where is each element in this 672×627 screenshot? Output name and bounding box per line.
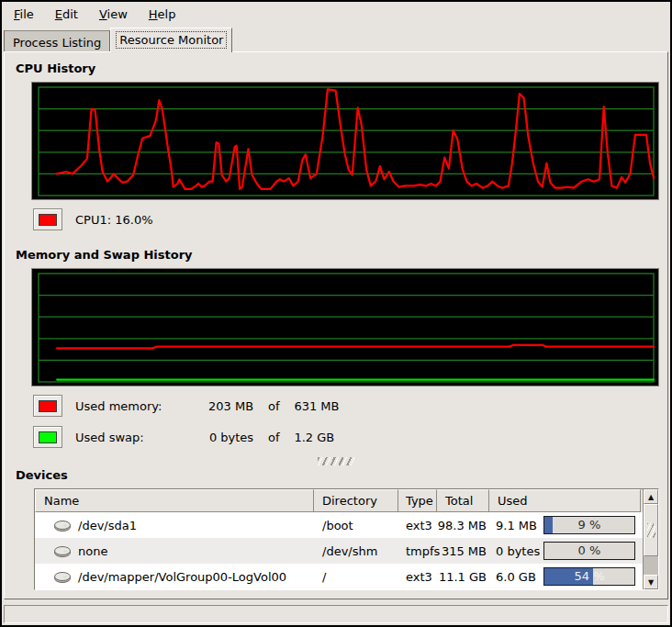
scrollbar-thumb[interactable] <box>644 504 658 556</box>
disk-icon <box>53 570 72 584</box>
tab-label: Resource Monitor <box>117 32 226 48</box>
column-header-total[interactable]: Total <box>437 489 489 512</box>
tab-process-listing[interactable]: Process Listing <box>4 30 110 51</box>
menu-help[interactable]: Help <box>140 5 185 24</box>
used-swap-value: 0 bytes <box>187 431 253 444</box>
cpu-color-swatch <box>39 214 57 226</box>
device-used: 0 bytes <box>496 544 540 558</box>
device-used: 6.0 GB <box>496 570 536 584</box>
cpu-history-title: CPU History <box>16 62 667 75</box>
device-name: /dev/mapper/VolGroup00-LogVol00 <box>78 570 286 584</box>
device-type: ext3 <box>398 512 437 538</box>
swap-total-value: 1.2 GB <box>294 431 334 444</box>
used-memory-of: of <box>257 399 290 413</box>
device-directory: /boot <box>314 512 398 538</box>
column-header-used[interactable]: Used <box>489 489 641 512</box>
device-name: /dev/sda1 <box>78 519 137 532</box>
table-row[interactable]: /dev/mapper/VolGroup00-LogVol00 / ext3 1… <box>35 564 643 589</box>
usage-percent-label: 54 % <box>544 568 634 585</box>
used-swap-label: Used swap: <box>75 431 184 444</box>
status-bar <box>4 605 668 623</box>
devices-table: Name Directory Type Total Used /dev/sda1 <box>34 488 659 590</box>
usage-progress-bar: 9 % <box>543 516 635 534</box>
used-swap-legend: Used swap: 0 bytes of 1.2 GB <box>33 426 667 448</box>
table-row[interactable]: none /dev/shm tmpfs 315 MB 0 bytes 0 % <box>35 538 643 564</box>
disk-icon <box>53 544 72 558</box>
memory-color-swatch-button[interactable] <box>33 395 62 417</box>
device-directory: /dev/shm <box>314 538 398 564</box>
memory-history-title: Memory and Swap History <box>16 248 667 262</box>
tab-strip: Process Listing Resource Monitor <box>2 27 670 51</box>
column-header-type[interactable]: Type <box>398 489 437 512</box>
swap-color-swatch <box>39 431 57 443</box>
vertical-scrollbar[interactable]: ▲ ▼ <box>643 489 658 589</box>
menu-view[interactable]: View <box>91 5 136 24</box>
usage-percent-label: 9 % <box>544 517 634 533</box>
resource-monitor-page: CPU History CPU1: 16.0% Memory and Swap … <box>4 51 668 599</box>
pane-resize-grip[interactable] <box>318 457 354 465</box>
menubar: File Edit View Help <box>2 2 670 27</box>
device-type: ext3 <box>398 564 437 589</box>
cpu-legend: CPU1: 16.0% <box>33 208 667 230</box>
used-memory-value: 203 MB <box>187 399 253 413</box>
system-monitor-window: File Edit View Help Process Listing Reso… <box>0 0 672 627</box>
device-type: tmpfs <box>398 538 437 564</box>
usage-percent-label: 0 % <box>544 543 634 559</box>
column-header-name[interactable]: Name <box>35 489 314 512</box>
used-memory-legend: Used memory: 203 MB of 631 MB <box>33 395 667 417</box>
tab-label: Process Listing <box>10 35 104 50</box>
devices-table-header: Name Directory Type Total Used <box>35 489 643 512</box>
device-name: none <box>78 544 107 558</box>
scrollbar-track[interactable] <box>644 556 658 575</box>
disk-icon <box>53 519 72 532</box>
scroll-down-button[interactable]: ▼ <box>644 575 658 589</box>
device-total: 11.1 GB <box>437 564 489 589</box>
tab-resource-monitor[interactable]: Resource Monitor <box>110 28 232 52</box>
cpu-legend-label: CPU1: 16.0% <box>75 213 153 227</box>
memory-color-swatch <box>39 400 57 412</box>
table-row[interactable]: /dev/sda1 /boot ext3 98.3 MB 9.1 MB 9 % <box>35 512 643 538</box>
memory-total-value: 631 MB <box>294 399 339 413</box>
usage-progress-bar: 0 % <box>543 542 635 560</box>
devices-title: Devices <box>16 468 667 482</box>
usage-progress-bar: 54 % <box>543 567 635 586</box>
scroll-up-button[interactable]: ▲ <box>644 489 658 504</box>
cpu-history-graph <box>31 82 659 200</box>
menu-file[interactable]: File <box>6 5 42 24</box>
cpu-color-swatch-button[interactable] <box>33 208 62 230</box>
scrollbar-thumb-grip <box>647 523 655 538</box>
device-total: 315 MB <box>437 538 489 564</box>
column-header-directory[interactable]: Directory <box>314 489 398 512</box>
menu-edit[interactable]: Edit <box>47 5 86 24</box>
device-directory: / <box>314 564 398 589</box>
used-swap-of: of <box>257 431 290 444</box>
used-memory-label: Used memory: <box>75 399 184 413</box>
device-used: 9.1 MB <box>496 519 537 532</box>
device-total: 98.3 MB <box>437 512 489 538</box>
memory-swap-graph <box>31 268 659 386</box>
swap-color-swatch-button[interactable] <box>33 426 62 448</box>
